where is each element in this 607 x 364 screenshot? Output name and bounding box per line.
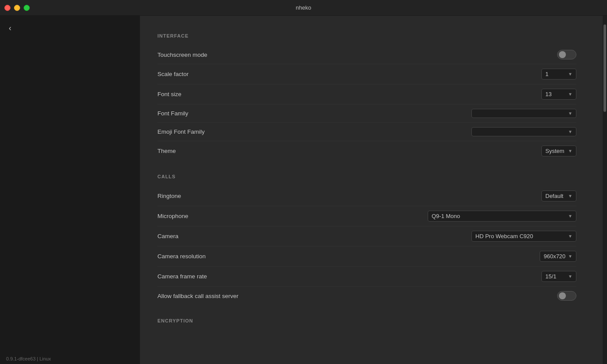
microphone-value: Q9-1 Mono — [432, 213, 460, 219]
ringtone-value: Default — [545, 193, 563, 199]
close-icon: × — [6, 6, 8, 10]
font-size-row: Font size 13 ▼ — [157, 84, 576, 104]
status-bar: 0.9.1-dfcee63 | Linux — [0, 354, 140, 364]
main-layout: ‹ 0.9.1-dfcee63 | Linux INTERFACE Touchs… — [0, 16, 607, 364]
version-text: 0.9.1-dfcee63 | Linux — [6, 356, 51, 361]
calls-header: CALLS — [157, 174, 576, 179]
camera-resolution-value: 960x720 — [544, 253, 565, 260]
allow-fallback-control — [557, 291, 576, 301]
font-size-dropdown[interactable]: 13 ▼ — [541, 89, 576, 100]
ringtone-control: Default ▼ — [541, 191, 576, 201]
interface-section: INTERFACE Touchscreen mode Scale factor … — [157, 33, 576, 161]
font-family-dropdown[interactable]: ▼ — [471, 109, 576, 118]
camera-control: HD Pro Webcam C920 ▼ — [471, 231, 576, 242]
theme-control: System ▼ — [541, 146, 576, 156]
dropdown-arrow-icon: ▼ — [568, 149, 572, 153]
theme-row: Theme System ▼ — [157, 141, 576, 161]
scrollbar-track[interactable] — [603, 16, 607, 364]
touchscreen-mode-label: Touchscreen mode — [157, 52, 207, 58]
ringtone-row: Ringtone Default ▼ — [157, 186, 576, 206]
camera-frame-rate-row: Camera frame rate 15/1 ▼ — [157, 267, 576, 287]
camera-resolution-label: Camera resolution — [157, 253, 206, 260]
maximize-button[interactable]: + — [24, 5, 30, 11]
scrollbar-thumb[interactable] — [604, 24, 606, 112]
microphone-label: Microphone — [157, 213, 188, 219]
font-family-label: Font Family — [157, 110, 188, 117]
microphone-control: Q9-1 Mono ▼ — [428, 211, 576, 222]
ringtone-label: Ringtone — [157, 193, 181, 199]
camera-frame-rate-dropdown[interactable]: 15/1 ▼ — [541, 271, 576, 282]
touchscreen-mode-row: Touchscreen mode — [157, 45, 576, 64]
camera-resolution-dropdown[interactable]: 960x720 ▼ — [540, 251, 576, 262]
theme-value: System — [545, 148, 564, 154]
calls-section: CALLS Ringtone Default ▼ Microphone Q9-1… — [157, 174, 576, 305]
minimize-icon: − — [16, 6, 18, 10]
touchscreen-mode-control — [557, 50, 576, 59]
scale-factor-label: Scale factor — [157, 71, 188, 77]
camera-row: Camera HD Pro Webcam C920 ▼ — [157, 226, 576, 246]
font-size-control: 13 ▼ — [541, 89, 576, 100]
camera-value: HD Pro Webcam C920 — [475, 233, 533, 239]
camera-frame-rate-control: 15/1 ▼ — [541, 271, 576, 282]
sidebar: ‹ 0.9.1-dfcee63 | Linux — [0, 16, 140, 364]
maximize-icon: + — [25, 6, 28, 10]
emoji-font-family-dropdown[interactable]: ▼ — [471, 127, 576, 136]
font-size-label: Font size — [157, 91, 181, 97]
emoji-font-family-label: Emoji Font Family — [157, 128, 205, 135]
dropdown-arrow-icon: ▼ — [568, 194, 572, 198]
theme-dropdown[interactable]: System ▼ — [541, 146, 576, 156]
microphone-row: Microphone Q9-1 Mono ▼ — [157, 206, 576, 226]
toggle-knob — [559, 51, 566, 58]
scale-factor-dropdown[interactable]: 1 ▼ — [541, 69, 576, 80]
camera-resolution-row: Camera resolution 960x720 ▼ — [157, 246, 576, 267]
camera-dropdown[interactable]: HD Pro Webcam C920 ▼ — [471, 231, 576, 242]
dropdown-arrow-icon: ▼ — [568, 129, 572, 134]
emoji-font-family-control: ▼ — [471, 127, 576, 136]
encryption-section: ENCRYPTION — [157, 318, 576, 323]
settings-content: INTERFACE Touchscreen mode Scale factor … — [140, 16, 603, 364]
close-button[interactable]: × — [4, 5, 10, 11]
allow-fallback-row: Allow fallback call assist server — [157, 287, 576, 305]
scale-factor-row: Scale factor 1 ▼ — [157, 64, 576, 84]
dropdown-arrow-icon: ▼ — [568, 111, 572, 116]
microphone-dropdown[interactable]: Q9-1 Mono ▼ — [428, 211, 576, 222]
scale-factor-value: 1 — [545, 71, 548, 77]
back-icon: ‹ — [9, 24, 11, 33]
encryption-header: ENCRYPTION — [157, 318, 576, 323]
dropdown-arrow-icon: ▼ — [568, 274, 572, 279]
dropdown-arrow-icon: ▼ — [568, 72, 572, 76]
dropdown-arrow-icon: ▼ — [568, 214, 572, 218]
dropdown-arrow-icon: ▼ — [568, 254, 572, 259]
scale-factor-control: 1 ▼ — [541, 69, 576, 80]
minimize-button[interactable]: − — [14, 5, 20, 11]
touchscreen-mode-toggle[interactable] — [557, 50, 576, 59]
window-controls: × − + — [4, 5, 30, 11]
interface-header: INTERFACE — [157, 33, 576, 38]
font-family-control: ▼ — [471, 109, 576, 118]
theme-label: Theme — [157, 148, 176, 154]
dropdown-arrow-icon: ▼ — [568, 234, 572, 239]
camera-frame-rate-label: Camera frame rate — [157, 273, 207, 280]
allow-fallback-toggle[interactable] — [557, 291, 576, 301]
app-title: nheko — [296, 4, 311, 11]
camera-label: Camera — [157, 233, 178, 239]
font-family-row: Font Family ▼ — [157, 104, 576, 123]
toggle-knob — [559, 292, 566, 299]
dropdown-arrow-icon: ▼ — [568, 92, 572, 97]
titlebar: × − + nheko — [0, 0, 607, 16]
allow-fallback-label: Allow fallback call assist server — [157, 293, 238, 299]
emoji-font-family-row: Emoji Font Family ▼ — [157, 123, 576, 141]
camera-resolution-control: 960x720 ▼ — [540, 251, 576, 262]
camera-frame-rate-value: 15/1 — [545, 273, 556, 280]
font-size-value: 13 — [545, 91, 551, 97]
back-button[interactable]: ‹ — [9, 24, 11, 33]
ringtone-dropdown[interactable]: Default ▼ — [541, 191, 576, 201]
